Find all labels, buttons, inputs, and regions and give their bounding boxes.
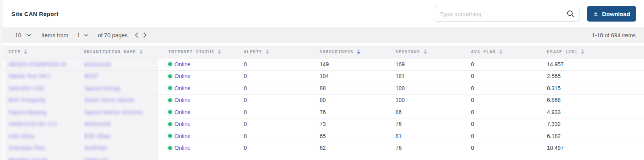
alerts-cell: 0 xyxy=(244,82,320,94)
site-cell: Meridian Sound xyxy=(4,154,84,160)
site-cell: ASG Glory xyxy=(4,130,84,142)
column-header-alerts[interactable]: ALERTS xyxy=(244,45,320,58)
site-link-blurred[interactable]: ARDEN CHAMPION 04 xyxy=(8,61,66,67)
organization-cell: Harbor Co xyxy=(84,154,158,160)
internet-status-cell: Online xyxy=(158,106,244,118)
sort-icon xyxy=(24,49,27,54)
alerts-cell: 0 xyxy=(244,71,320,82)
download-button[interactable]: Download xyxy=(587,6,636,22)
internet-status-cell: Online xyxy=(158,95,244,106)
internet-status-text: Online xyxy=(175,97,190,103)
column-header-subscribers[interactable]: SUBSCRIBERS xyxy=(320,45,396,58)
table-row: Sapura BayangSapura Marine VenturesOnlin… xyxy=(3,106,644,118)
column-header-label: SUBSCRIBERS xyxy=(320,49,353,55)
organization-link-blurred[interactable]: Sapura Marine Ventures xyxy=(84,109,143,115)
alerts-cell: 0 xyxy=(244,58,320,70)
organization-cell: BGST xyxy=(84,71,158,82)
site-link-blurred[interactable]: ASG Glory xyxy=(8,133,35,139)
alerts-cell: 0 xyxy=(244,106,320,118)
internet-status-cell: Online xyxy=(158,71,244,82)
page-number-chevron-down-icon[interactable] xyxy=(84,34,88,37)
avg-plan-cell: 0 xyxy=(471,82,547,94)
usage-gb-cell: 6.868 xyxy=(547,95,644,106)
sort-icon xyxy=(140,49,143,54)
internet-status-text: Online xyxy=(175,133,190,139)
sessions-cell: 181 xyxy=(396,71,471,82)
organization-link-blurred[interactable]: Tavish Heron Marine xyxy=(84,97,134,103)
alerts-cell: 0 xyxy=(244,130,320,142)
internet-status-cell: Online xyxy=(158,82,244,94)
organization-cell: McDermott xyxy=(84,118,158,130)
column-header-label: AVG PLAN xyxy=(471,49,496,55)
column-header-site[interactable]: SITE xyxy=(4,45,84,58)
page-size-select[interactable]: 10 xyxy=(15,32,21,38)
table-row: Grampian TeesNorthStarOnline06276010.497 xyxy=(3,142,644,155)
site-cell: ARDEN CHAMPION 04 xyxy=(4,58,84,70)
organization-link-blurred[interactable]: McDermott xyxy=(84,121,110,127)
online-status-dot-icon xyxy=(168,134,172,138)
subscribers-cell: 62 xyxy=(320,142,396,154)
site-link-blurred[interactable]: Grampian Tees xyxy=(8,145,46,151)
alerts-cell: 0 xyxy=(244,142,320,154)
column-header-org[interactable]: ORGANIZATION NAME xyxy=(84,45,158,58)
sort-icon xyxy=(357,49,360,54)
organization-cell: McDermott xyxy=(84,58,158,70)
page-size-chevron-down-icon[interactable] xyxy=(27,34,31,37)
sessions-cell: 100 xyxy=(396,95,471,106)
site-link-blurred[interactable]: Valeria Test VM 2 xyxy=(8,73,51,79)
column-header-usage[interactable]: USAGE (GB) xyxy=(547,45,644,58)
prev-page-chevron-icon[interactable] xyxy=(135,33,138,38)
next-page-chevron-icon[interactable] xyxy=(144,33,147,38)
page-title: Site CAN Report xyxy=(11,11,59,17)
items-from-label: Items from xyxy=(41,32,68,38)
organization-link-blurred[interactable]: Sapura Energy xyxy=(84,85,120,91)
sort-icon xyxy=(424,49,427,54)
table-row: Valeria Test VM 2BGSTOnline010418102.565 xyxy=(3,71,644,83)
avg-plan-cell: 0 xyxy=(471,142,547,154)
sessions-cell: 86 xyxy=(396,106,471,118)
site-cell: SAKURA 1200 xyxy=(4,82,84,94)
online-status-dot-icon xyxy=(168,86,172,90)
online-status-dot-icon xyxy=(168,75,172,78)
column-header-sessions[interactable]: SESSIONS xyxy=(396,45,471,58)
table-body: ARDEN CHAMPION 04McDermottOnline01491690… xyxy=(3,58,644,160)
site-link-blurred[interactable]: Meridian Sound xyxy=(8,157,47,160)
organization-cell: NorthStar xyxy=(84,142,158,154)
site-link-blurred[interactable]: SAKURA 1200 xyxy=(8,85,44,91)
organization-link-blurred[interactable]: NorthStar xyxy=(84,145,107,151)
sort-icon xyxy=(266,49,269,54)
internet-status-text: Online xyxy=(175,121,190,127)
organization-link-blurred[interactable]: BGST xyxy=(84,73,99,79)
column-header-status[interactable]: INTERNET STATUS xyxy=(158,45,244,58)
column-header-label: ORGANIZATION NAME xyxy=(84,49,136,55)
organization-link-blurred[interactable]: McDermott xyxy=(84,61,110,67)
organization-link-blurred[interactable]: Harbor Co xyxy=(84,157,109,160)
site-link-blurred[interactable]: HANA KUN MV 212 xyxy=(8,121,57,127)
sort-icon xyxy=(218,49,221,54)
internet-status-cell: Online xyxy=(158,58,244,70)
subscribers-cell: 73 xyxy=(320,118,396,130)
site-link-blurred[interactable]: Sapura Bayang xyxy=(8,109,46,115)
site-cell: HANA KUN MV 212 xyxy=(4,118,84,130)
subscribers-cell: 76 xyxy=(320,106,396,118)
page-number-select[interactable]: 1 xyxy=(77,32,80,38)
search-input[interactable] xyxy=(434,6,580,22)
organization-cell: Tavish Heron Marine xyxy=(84,95,158,106)
search-icon[interactable] xyxy=(566,9,575,18)
site-link-blurred[interactable]: BGF Prosperity xyxy=(8,97,46,103)
column-header-avgplan[interactable]: AVG PLAN xyxy=(471,45,547,58)
sessions-cell: 76 xyxy=(396,118,471,130)
page-size-value: 10 xyxy=(15,32,21,38)
internet-status-cell: Online xyxy=(158,142,244,154)
sessions-cell: 76 xyxy=(396,142,471,154)
table-row: SAKURA 1200Sapura EnergyOnline08810008.3… xyxy=(3,82,644,95)
usage-gb-cell: 7.332 xyxy=(547,118,644,130)
site-cell: Valeria Test VM 2 xyxy=(4,71,84,82)
pagination-toolbar: 10 Items from 1 of 70 pages 1-10 of 694 … xyxy=(3,27,644,43)
online-status-dot-icon xyxy=(168,98,172,102)
organization-link-blurred[interactable]: BGF Ships xyxy=(84,133,110,139)
internet-status-text: Online xyxy=(175,145,190,151)
site-cell: BGF Prosperity xyxy=(4,95,84,106)
sort-icon xyxy=(499,49,502,54)
subscribers-cell: 104 xyxy=(320,71,396,82)
